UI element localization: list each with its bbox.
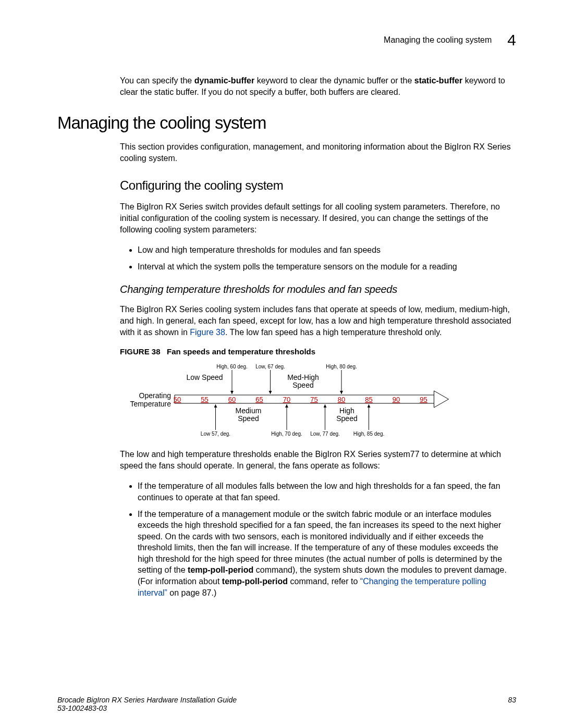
chapter-number: 4 bbox=[507, 31, 516, 49]
paragraph: This section provides configuration, man… bbox=[120, 141, 516, 164]
running-header: Managing the cooling system bbox=[384, 35, 492, 45]
text: You can specify the bbox=[120, 76, 194, 85]
svg-text:Low Speed: Low Speed bbox=[186, 373, 223, 381]
paragraph: The low and high temperature thresholds … bbox=[120, 449, 516, 471]
paragraph: The BigIron RX Series cooling system inc… bbox=[120, 304, 516, 338]
svg-text:85: 85 bbox=[365, 396, 372, 403]
fan-speed-diagram-svg: 50556065707580859095OperatingTemperature… bbox=[120, 360, 454, 438]
text: If the temperature of a management modul… bbox=[138, 510, 502, 575]
svg-text:Temperature: Temperature bbox=[130, 400, 171, 408]
svg-text:80: 80 bbox=[338, 396, 345, 403]
svg-text:90: 90 bbox=[393, 396, 400, 403]
svg-text:55: 55 bbox=[201, 396, 208, 403]
bullet-list: Low and high temperature thresholds for … bbox=[120, 244, 516, 272]
section-heading-h1: Managing the cooling system bbox=[57, 113, 516, 133]
list-item: Low and high temperature thresholds for … bbox=[138, 244, 516, 256]
footer-left: Brocade BigIron RX Series Hardware Insta… bbox=[57, 696, 237, 712]
svg-text:Med-High: Med-High bbox=[287, 373, 319, 381]
keyword-static-buffer: static-buffer bbox=[414, 76, 462, 85]
svg-text:Operating: Operating bbox=[139, 391, 171, 400]
page-number: 83 bbox=[508, 696, 516, 712]
section-heading-h2: Configuring the cooling system bbox=[120, 178, 516, 193]
keyword-temp-poll-period: temp-poll-period bbox=[222, 577, 288, 586]
list-item: If the temperature of all modules falls … bbox=[138, 480, 516, 503]
page: Managing the cooling system 4 You can sp… bbox=[0, 0, 563, 728]
page-header: Managing the cooling system 4 bbox=[57, 31, 516, 49]
text: . The low fan speed has a high temperatu… bbox=[225, 328, 442, 337]
paragraph: The BigIron RX Series switch provides de… bbox=[120, 201, 516, 235]
section-heading-h3: Changing temperature thresholds for modu… bbox=[120, 283, 516, 295]
svg-text:Low, 77 deg.: Low, 77 deg. bbox=[310, 431, 340, 437]
svg-text:70: 70 bbox=[283, 396, 290, 403]
figure-title: Fan speeds and temperature thresholds bbox=[167, 347, 315, 356]
intro-paragraph: You can specify the dynamic-buffer keywo… bbox=[120, 75, 516, 97]
figure-ref-link[interactable]: Figure 38 bbox=[190, 328, 225, 337]
svg-text:High, 80 deg.: High, 80 deg. bbox=[326, 364, 357, 369]
svg-text:Medium: Medium bbox=[236, 406, 262, 415]
figure-label: FIGURE 38 bbox=[120, 347, 161, 356]
svg-text:Speed: Speed bbox=[292, 381, 313, 389]
svg-text:High, 70 deg.: High, 70 deg. bbox=[271, 431, 302, 437]
figure-diagram: 50556065707580859095OperatingTemperature… bbox=[120, 360, 516, 440]
text: keyword to clear the dynamic buffer or t… bbox=[254, 76, 414, 85]
page-footer: Brocade BigIron RX Series Hardware Insta… bbox=[57, 696, 516, 712]
doc-title: Brocade BigIron RX Series Hardware Insta… bbox=[57, 696, 237, 704]
svg-text:50: 50 bbox=[174, 396, 181, 403]
text: on page 87.) bbox=[167, 588, 216, 597]
figure-caption: FIGURE 38 Fan speeds and temperature thr… bbox=[120, 347, 516, 356]
list-item: If the temperature of a management modul… bbox=[138, 509, 516, 599]
list-item: Interval at which the system polls the t… bbox=[138, 261, 516, 273]
keyword-temp-poll-period: temp-poll-period bbox=[188, 565, 253, 574]
svg-text:Low 57, deg.: Low 57, deg. bbox=[201, 431, 230, 437]
bullet-list: If the temperature of all modules falls … bbox=[120, 480, 516, 598]
svg-marker-1 bbox=[434, 391, 449, 408]
svg-text:65: 65 bbox=[255, 396, 263, 403]
svg-text:High: High bbox=[339, 406, 354, 415]
doc-number: 53-1002483-03 bbox=[57, 704, 107, 712]
svg-text:High, 85 deg.: High, 85 deg. bbox=[353, 431, 385, 437]
svg-text:75: 75 bbox=[310, 396, 317, 403]
text: command, refer to bbox=[288, 577, 360, 586]
svg-text:95: 95 bbox=[420, 396, 427, 403]
svg-text:Low, 67 deg.: Low, 67 deg. bbox=[255, 364, 285, 369]
svg-text:60: 60 bbox=[228, 396, 236, 403]
svg-text:High, 60 deg.: High, 60 deg. bbox=[216, 364, 248, 369]
svg-text:Speed: Speed bbox=[336, 414, 357, 423]
keyword-dynamic-buffer: dynamic-buffer bbox=[194, 76, 255, 85]
svg-text:Speed: Speed bbox=[238, 414, 259, 423]
